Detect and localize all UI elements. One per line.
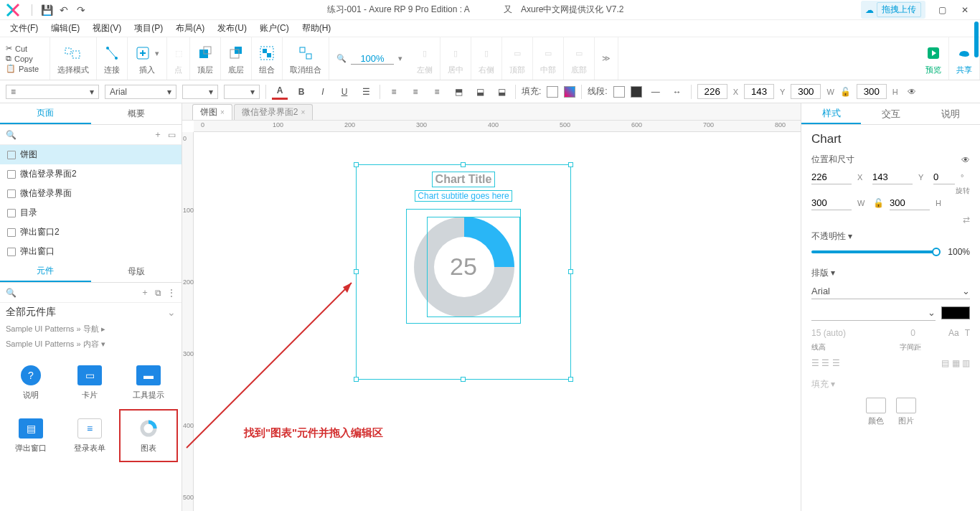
doc-tab-active[interactable]: 饼图× xyxy=(192,104,232,120)
add-folder-icon[interactable]: ▭ xyxy=(168,130,176,140)
style-dropdown[interactable]: ≡▾ xyxy=(6,85,99,99)
page-item[interactable]: 弹出窗口 xyxy=(0,242,182,261)
pos-y-field[interactable] xyxy=(872,170,913,184)
widget-tooltip[interactable]: ▬工具提示 xyxy=(119,356,178,409)
bullets-icon[interactable]: ☰ xyxy=(358,84,374,100)
visibility-icon[interactable]: 👁 xyxy=(904,84,920,100)
doc-tab[interactable]: 微信登录界面2× xyxy=(234,104,314,120)
pos-x-field[interactable] xyxy=(811,170,852,184)
page-item[interactable]: 微信登录界面2 xyxy=(0,164,182,184)
menu-file[interactable]: 文件(F) xyxy=(4,21,44,36)
chart-widget[interactable]: Chart Title Chart subtitle goes here 25 xyxy=(356,172,571,331)
close-tab-icon[interactable]: × xyxy=(301,108,306,116)
letter-spacing-field[interactable]: 0 xyxy=(910,328,915,338)
zoom-input[interactable] xyxy=(351,53,394,65)
valign-icons[interactable]: ▤ ▦ ▥ xyxy=(941,358,970,368)
arrow-icon[interactable]: ↔ xyxy=(669,84,685,100)
lib-path-nav[interactable]: Sample UI Patterns » 导航 ▸ xyxy=(0,322,182,337)
menu-help[interactable]: 帮助(H) xyxy=(296,21,337,36)
menu-project[interactable]: 项目(P) xyxy=(128,21,169,36)
add-lib-icon[interactable]: ＋ xyxy=(141,286,149,299)
h-field[interactable] xyxy=(857,84,887,99)
connect-tool[interactable]: 连接 xyxy=(97,37,128,80)
preview-button[interactable]: 预览 xyxy=(918,37,949,80)
tab-pages[interactable]: 页面 xyxy=(0,103,91,124)
undo-icon[interactable]: ↶ xyxy=(55,1,72,19)
lock-ratio-icon[interactable]: 🔓 xyxy=(873,198,884,208)
bold-icon[interactable]: B xyxy=(293,84,309,100)
widget-login[interactable]: ≡登录表单 xyxy=(60,409,119,462)
lib-menu-icon[interactable]: ⋮ xyxy=(167,288,176,298)
maximize-icon[interactable]: ▢ xyxy=(933,3,951,17)
tab-masters[interactable]: 母版 xyxy=(91,261,182,282)
tab-outline[interactable]: 概要 xyxy=(91,103,182,124)
fill-gradient[interactable] xyxy=(564,86,575,98)
text-case-icon[interactable]: Aa xyxy=(948,328,959,338)
align-center-icon[interactable]: ≡ xyxy=(407,84,423,100)
group-tool[interactable]: 组合 xyxy=(252,37,283,80)
close-icon[interactable]: ✕ xyxy=(956,3,974,17)
weight-dropdown[interactable]: ▾ xyxy=(182,85,218,99)
line-color[interactable] xyxy=(613,86,625,98)
menu-view[interactable]: 视图(V) xyxy=(87,21,127,36)
text-direction-icon[interactable]: ⇄ xyxy=(811,215,970,225)
font-weight-dropdown[interactable]: ⌄ xyxy=(811,305,936,321)
donut-chart[interactable]: 25 xyxy=(406,209,521,324)
select-mode[interactable]: 选择模式 xyxy=(50,37,97,80)
search-icon[interactable]: 🔍 xyxy=(6,130,148,140)
page-item[interactable]: 目录 xyxy=(0,203,182,222)
page-item[interactable]: 饼图 xyxy=(0,145,182,164)
line-style-icon[interactable]: — xyxy=(648,84,664,100)
canvas[interactable]: 饼图× 微信登录界面2× 0100200300400500600700800 0… xyxy=(182,103,801,511)
ungroup-tool[interactable]: 取消组合 xyxy=(283,37,329,80)
bring-front[interactable]: 顶层 xyxy=(190,37,221,80)
italic-icon[interactable]: I xyxy=(315,84,331,100)
rotation-field[interactable] xyxy=(933,170,955,184)
save-icon[interactable]: 💾 xyxy=(38,1,55,19)
more-ribbon[interactable]: ≫ xyxy=(595,37,618,80)
widget-help[interactable]: ?说明 xyxy=(1,356,60,409)
size-dropdown[interactable]: ▾ xyxy=(224,85,260,99)
line-weight[interactable] xyxy=(631,86,642,98)
send-back[interactable]: 底层 xyxy=(221,37,252,80)
chart-subtitle[interactable]: Chart subtitle goes here xyxy=(415,190,512,202)
cut-button[interactable]: ✂Cut xyxy=(6,44,50,53)
redo-icon[interactable]: ↷ xyxy=(72,1,90,19)
text-color-swatch[interactable] xyxy=(941,306,970,319)
tab-style[interactable]: 样式 xyxy=(801,103,861,124)
menu-arrange[interactable]: 布局(A) xyxy=(170,21,210,36)
font-family-dropdown[interactable]: Arial⌄ xyxy=(811,283,970,299)
w-field[interactable] xyxy=(791,84,821,99)
valign-bot-icon[interactable]: ⬓ xyxy=(494,84,509,100)
paste-button[interactable]: 📋Paste xyxy=(6,64,50,73)
fill-swatch[interactable] xyxy=(547,86,558,98)
chart-title[interactable]: Chart Title xyxy=(432,172,496,187)
width-field[interactable] xyxy=(811,196,852,210)
library-selector[interactable]: 全部元件库⌄ xyxy=(0,303,182,322)
visibility-toggle-icon[interactable]: 👁 xyxy=(961,155,970,165)
lib-path-content[interactable]: Sample UI Patterns » 内容 ▾ xyxy=(0,337,182,352)
fill-color-option[interactable]: 颜色 xyxy=(866,398,886,426)
font-dropdown[interactable]: Arial▾ xyxy=(105,85,176,99)
page-item[interactable]: 弹出窗口2 xyxy=(0,222,182,242)
widget-dialog[interactable]: ▤弹出窗口 xyxy=(1,409,60,462)
widget-search-icon[interactable]: 🔍 xyxy=(6,288,135,298)
insert-tool[interactable]: ▾插入 xyxy=(128,37,167,80)
zoom-control[interactable]: 🔍▾ xyxy=(329,37,410,80)
halign-icons[interactable]: ☰ ☰ ☰ xyxy=(811,358,840,368)
height-field[interactable] xyxy=(890,196,930,210)
menu-account[interactable]: 账户(C) xyxy=(254,21,295,36)
text-color-icon[interactable]: A xyxy=(272,84,288,100)
tab-notes[interactable]: 说明 xyxy=(920,103,980,124)
widget-chart[interactable]: 图表 xyxy=(119,409,178,462)
opacity-slider[interactable] xyxy=(811,250,936,253)
x-field[interactable] xyxy=(697,84,727,99)
lib-options-icon[interactable]: ⧉ xyxy=(155,288,161,298)
page-item[interactable]: 微信登录界面 xyxy=(0,184,182,203)
lock-icon[interactable]: 🔓 xyxy=(840,87,851,97)
close-tab-icon[interactable]: × xyxy=(220,108,225,116)
menu-edit[interactable]: 编辑(E) xyxy=(45,21,85,36)
scrollbar[interactable] xyxy=(974,22,979,57)
fill-image-option[interactable]: 图片 xyxy=(896,398,916,426)
menu-publish[interactable]: 发布(U) xyxy=(212,21,253,36)
